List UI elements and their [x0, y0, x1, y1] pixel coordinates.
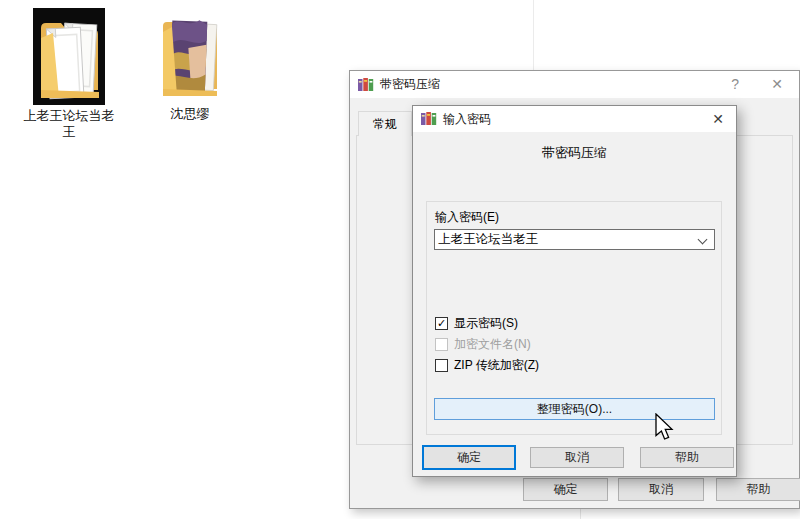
password-input-label: 输入密码(E) — [435, 209, 499, 226]
help-titlebar-button[interactable]: ? — [731, 71, 739, 98]
help-button[interactable]: 帮助 — [640, 447, 734, 468]
password-groupbox: 输入密码(E) 上老王论坛当老王 ✓ 显示密码(S) 加密文件名(N) ZIP … — [426, 201, 722, 435]
folder-label-1[interactable]: 上老王论坛当老王 — [20, 108, 118, 140]
show-password-checkbox-row[interactable]: ✓ 显示密码(S) — [435, 315, 518, 331]
password-combobox[interactable]: 上老王论坛当老王 — [434, 229, 715, 250]
background-window-edge — [533, 0, 534, 70]
folder-icon — [33, 8, 105, 105]
ok-button[interactable]: 确定 — [422, 445, 516, 470]
cancel-button[interactable]: 取消 — [618, 478, 704, 501]
checkbox-unchecked-icon[interactable] — [435, 359, 448, 372]
mouse-cursor-icon — [653, 413, 677, 443]
dialog-heading: 带密码压缩 — [413, 144, 736, 162]
password-value: 上老王论坛当老王 — [435, 230, 714, 249]
tab-general[interactable]: 常规 — [358, 111, 412, 136]
winrar-icon — [421, 112, 437, 125]
close-icon[interactable]: ✕ — [771, 71, 783, 98]
zip-legacy-label: ZIP 传统加密(Z) — [454, 357, 539, 374]
folder-photo-icon — [158, 14, 222, 102]
password-dialog: 输入密码 ✕ 带密码压缩 输入密码(E) 上老王论坛当老王 ✓ 显示密码(S) … — [412, 105, 737, 477]
close-icon[interactable]: ✕ — [712, 106, 724, 132]
password-dialog-title: 输入密码 — [443, 106, 491, 132]
checkbox-checked-icon[interactable]: ✓ — [435, 317, 448, 330]
background-window-edge-bottom — [580, 509, 581, 519]
checkbox-disabled-icon — [435, 338, 448, 351]
desktop: 上老王论坛当老王 沈思缪 — [0, 0, 800, 519]
folder-icon-photos[interactable] — [158, 14, 222, 102]
folder-icon-selected-highlight[interactable] — [33, 8, 105, 105]
show-password-label: 显示密码(S) — [454, 315, 518, 332]
cancel-button[interactable]: 取消 — [530, 447, 624, 468]
compress-dialog-title: 带密码压缩 — [380, 71, 440, 98]
zip-legacy-checkbox-row[interactable]: ZIP 传统加密(Z) — [435, 357, 539, 373]
password-dialog-titlebar[interactable]: 输入密码 ✕ — [413, 106, 736, 132]
help-button[interactable]: 帮助 — [716, 478, 800, 501]
compress-dialog-titlebar[interactable]: 带密码压缩 ? ✕ — [350, 71, 799, 98]
ok-button[interactable]: 确定 — [523, 478, 608, 501]
folder-label-2[interactable]: 沈思缪 — [148, 106, 232, 122]
encrypt-names-checkbox-row: 加密文件名(N) — [435, 336, 531, 352]
winrar-icon — [358, 78, 374, 91]
encrypt-names-label: 加密文件名(N) — [454, 336, 531, 353]
